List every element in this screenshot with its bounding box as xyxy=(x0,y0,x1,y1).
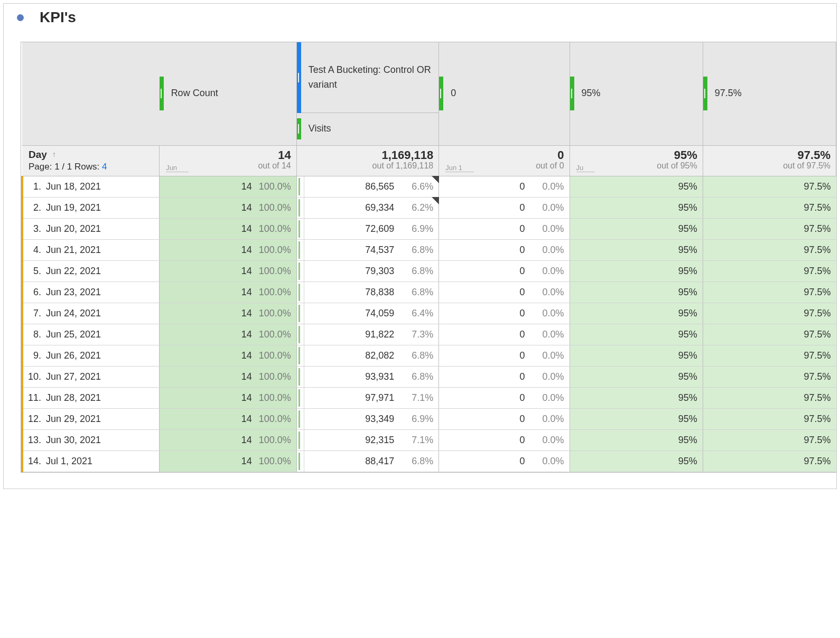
zero-cell[interactable]: 00.0% xyxy=(439,197,570,218)
header-ninetyfive[interactable]: 95% xyxy=(570,42,703,145)
visits-cell[interactable]: 91,8227.3% xyxy=(296,324,439,345)
visits-cell[interactable]: 88,4176.8% xyxy=(296,451,439,472)
table-row[interactable]: 2. Jun 19, 202114100.0%69,3346.2%00.0%95… xyxy=(22,197,836,218)
nf-cell[interactable]: 95% xyxy=(570,451,703,472)
nf-cell[interactable]: 95% xyxy=(570,260,703,282)
table-row[interactable]: 9. Jun 26, 202114100.0%82,0826.8%00.0%95… xyxy=(22,345,836,366)
nsf-cell[interactable]: 97.5% xyxy=(703,239,836,260)
date-cell[interactable]: 11. Jun 28, 2021 xyxy=(22,387,160,408)
date-cell[interactable]: 13. Jun 30, 2021 xyxy=(22,429,160,451)
visits-cell[interactable]: 93,3496.9% xyxy=(296,408,439,429)
nf-cell[interactable]: 95% xyxy=(570,197,703,218)
date-cell[interactable]: 5. Jun 22, 2021 xyxy=(22,260,160,282)
table-row[interactable]: 4. Jun 21, 202114100.0%74,5376.8%00.0%95… xyxy=(22,239,836,260)
nf-cell[interactable]: 95% xyxy=(570,282,703,303)
nsf-cell[interactable]: 97.5% xyxy=(703,197,836,218)
nsf-cell[interactable]: 97.5% xyxy=(703,176,836,197)
row-count-cell[interactable]: 14100.0% xyxy=(160,387,297,408)
row-count-cell[interactable]: 14100.0% xyxy=(160,429,297,451)
table-row[interactable]: 11. Jun 28, 202114100.0%97,9717.1%00.0%9… xyxy=(22,387,836,408)
table-row[interactable]: 12. Jun 29, 202114100.0%93,3496.9%00.0%9… xyxy=(22,408,836,429)
header-row-count[interactable]: Row Count xyxy=(160,42,297,145)
summary-row-count[interactable]: Jun 14 out of 14 xyxy=(160,145,297,176)
date-cell[interactable]: 7. Jun 24, 2021 xyxy=(22,303,160,324)
date-cell[interactable]: 9. Jun 26, 2021 xyxy=(22,345,160,366)
zero-cell[interactable]: 00.0% xyxy=(439,282,570,303)
nf-cell[interactable]: 95% xyxy=(570,408,703,429)
table-row[interactable]: 7. Jun 24, 202114100.0%74,0596.4%00.0%95… xyxy=(22,303,836,324)
table-row[interactable]: 10. Jun 27, 202114100.0%93,9316.8%00.0%9… xyxy=(22,366,836,387)
nsf-cell[interactable]: 97.5% xyxy=(703,345,836,366)
zero-cell[interactable]: 00.0% xyxy=(439,408,570,429)
nf-cell[interactable]: 95% xyxy=(570,303,703,324)
zero-cell[interactable]: 00.0% xyxy=(439,345,570,366)
row-count-cell[interactable]: 14100.0% xyxy=(160,282,297,303)
zero-cell[interactable]: 00.0% xyxy=(439,366,570,387)
row-count-cell[interactable]: 14100.0% xyxy=(160,451,297,472)
summary-day-cell[interactable]: Day ↑ Page: 1 / 1 Rows: 4 xyxy=(22,145,160,176)
visits-cell[interactable]: 72,6096.9% xyxy=(296,218,439,239)
nsf-cell[interactable]: 97.5% xyxy=(703,218,836,239)
date-cell[interactable]: 10. Jun 27, 2021 xyxy=(22,366,160,387)
table-row[interactable]: 3. Jun 20, 202114100.0%72,6096.9%00.0%95… xyxy=(22,218,836,239)
row-count-cell[interactable]: 14100.0% xyxy=(160,176,297,197)
row-count-cell[interactable]: 14100.0% xyxy=(160,345,297,366)
date-cell[interactable]: 4. Jun 21, 2021 xyxy=(22,239,160,260)
date-cell[interactable]: 8. Jun 25, 2021 xyxy=(22,324,160,345)
header-ninetysevenfive[interactable]: 97.5% xyxy=(703,42,836,145)
visits-cell[interactable]: 97,9717.1% xyxy=(296,387,439,408)
table-row[interactable]: 1. Jun 18, 202114100.0%86,5656.6%00.0%95… xyxy=(22,176,836,197)
nsf-cell[interactable]: 97.5% xyxy=(703,387,836,408)
nsf-cell[interactable]: 97.5% xyxy=(703,260,836,282)
drag-handle-icon[interactable] xyxy=(570,42,574,145)
zero-cell[interactable]: 00.0% xyxy=(439,260,570,282)
visits-cell[interactable]: 74,5376.8% xyxy=(296,239,439,260)
row-count-cell[interactable]: 14100.0% xyxy=(160,303,297,324)
visits-cell[interactable]: 69,3346.2% xyxy=(296,197,439,218)
nsf-cell[interactable]: 97.5% xyxy=(703,366,836,387)
date-cell[interactable]: 14. Jul 1, 2021 xyxy=(22,451,160,472)
visits-cell[interactable]: 92,3157.1% xyxy=(296,429,439,451)
date-cell[interactable]: 2. Jun 19, 2021 xyxy=(22,197,160,218)
date-cell[interactable]: 1. Jun 18, 2021 xyxy=(22,176,160,197)
table-row[interactable]: 6. Jun 23, 202114100.0%78,8386.8%00.0%95… xyxy=(22,282,836,303)
nsf-cell[interactable]: 97.5% xyxy=(703,282,836,303)
visits-cell[interactable]: 82,0826.8% xyxy=(296,345,439,366)
nf-cell[interactable]: 95% xyxy=(570,345,703,366)
summary-visits[interactable]: 1,169,118 out of 1,169,118 xyxy=(296,145,439,176)
table-row[interactable]: 13. Jun 30, 202114100.0%92,3157.1%00.0%9… xyxy=(22,429,836,451)
date-cell[interactable]: 12. Jun 29, 2021 xyxy=(22,408,160,429)
visits-cell[interactable]: 78,8386.8% xyxy=(296,282,439,303)
row-count-cell[interactable]: 14100.0% xyxy=(160,366,297,387)
zero-cell[interactable]: 00.0% xyxy=(439,176,570,197)
date-cell[interactable]: 3. Jun 20, 2021 xyxy=(22,218,160,239)
nf-cell[interactable]: 95% xyxy=(570,239,703,260)
nf-cell[interactable]: 95% xyxy=(570,366,703,387)
nsf-cell[interactable]: 97.5% xyxy=(703,408,836,429)
zero-cell[interactable]: 00.0% xyxy=(439,303,570,324)
row-count-cell[interactable]: 14100.0% xyxy=(160,197,297,218)
drag-handle-icon[interactable] xyxy=(297,113,301,145)
row-count-cell[interactable]: 14100.0% xyxy=(160,324,297,345)
zero-cell[interactable]: 00.0% xyxy=(439,239,570,260)
row-count-cell[interactable]: 14100.0% xyxy=(160,408,297,429)
nsf-cell[interactable]: 97.5% xyxy=(703,451,836,472)
summary-ninetysevenfive[interactable]: 97.5% out of 97.5% xyxy=(703,145,836,176)
zero-cell[interactable]: 00.0% xyxy=(439,451,570,472)
drag-handle-blue-icon[interactable] xyxy=(297,42,301,112)
visits-cell[interactable]: 86,5656.6% xyxy=(296,176,439,197)
nsf-cell[interactable]: 97.5% xyxy=(703,324,836,345)
table-row[interactable]: 5. Jun 22, 202114100.0%79,3036.8%00.0%95… xyxy=(22,260,836,282)
row-count-cell[interactable]: 14100.0% xyxy=(160,218,297,239)
nf-cell[interactable]: 95% xyxy=(570,387,703,408)
row-count-cell[interactable]: 14100.0% xyxy=(160,239,297,260)
header-bucketing[interactable]: Test A Bucketing: Control OR variant Vis… xyxy=(296,42,439,145)
nf-cell[interactable]: 95% xyxy=(570,176,703,197)
summary-zero[interactable]: Jun 1 0 out of 0 xyxy=(439,145,570,176)
nf-cell[interactable]: 95% xyxy=(570,218,703,239)
nsf-cell[interactable]: 97.5% xyxy=(703,303,836,324)
table-row[interactable]: 8. Jun 25, 202114100.0%91,8227.3%00.0%95… xyxy=(22,324,836,345)
drag-handle-icon[interactable] xyxy=(703,42,707,145)
visits-cell[interactable]: 74,0596.4% xyxy=(296,303,439,324)
nf-cell[interactable]: 95% xyxy=(570,429,703,451)
